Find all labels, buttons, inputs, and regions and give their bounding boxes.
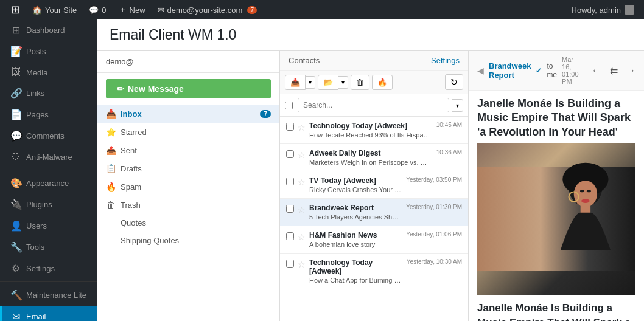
- star-icon[interactable]: ☆: [298, 205, 306, 215]
- maintenance-icon: 🔨: [10, 289, 21, 301]
- email-subject: Ricky Gervais Crashes Your Favorite Netf…: [309, 186, 402, 193]
- sidebar-item-settings[interactable]: ⚙ Settings: [0, 258, 97, 279]
- links-icon: 🔗: [10, 88, 21, 99]
- site-name-button[interactable]: 🏠 Your Site: [26, 0, 83, 19]
- contacts-settings-bar: Contacts Settings: [280, 51, 468, 71]
- sidebar-separator: [0, 170, 97, 170]
- admin-bar-right: Howdy, admin: [572, 5, 639, 15]
- email-time: Yesterday, 01:06 PM: [406, 231, 462, 238]
- sidebar-item-plugins[interactable]: 🔌 Plugins: [0, 194, 97, 215]
- delete-button[interactable]: 🗑: [351, 75, 369, 90]
- trash-icon: 🗑: [106, 200, 116, 210]
- email-address-label: demo@your-site.com: [167, 5, 243, 15]
- email-left-panel: demo@ ✏ New Message 📥 Inbox 7 ⭐ Starred: [97, 51, 280, 321]
- email-view-actions: ← ⇇ → ↗ •••: [589, 63, 644, 78]
- email-list-item[interactable]: ☆ Technology Today [Adweek] How Tecate R…: [280, 117, 468, 144]
- folder-dropdown[interactable]: ▾: [338, 76, 348, 89]
- new-content-button[interactable]: ＋ New: [113, 0, 152, 19]
- star-icon[interactable]: ☆: [298, 178, 306, 187]
- comment-icon: 💬: [89, 5, 99, 15]
- move-button[interactable]: 📥: [285, 75, 306, 90]
- sidebar-item-anti-malware[interactable]: 🛡 Anti-Malware: [0, 147, 97, 167]
- sidebar-item-label: Maintenance Lite: [26, 291, 86, 300]
- sidebar-item-comments[interactable]: 💬 Comments: [0, 125, 97, 147]
- sidebar-item-label: Links: [26, 89, 44, 98]
- email-account-label: demo@: [106, 57, 134, 66]
- new-message-button[interactable]: ✏ New Message: [106, 79, 271, 98]
- email-image-placeholder: [477, 143, 635, 295]
- email-checkbox[interactable]: [286, 150, 294, 158]
- media-icon: 🖼: [10, 67, 21, 78]
- sidebar-item-media[interactable]: 🖼 Media: [0, 62, 97, 83]
- folder-button[interactable]: 📂: [318, 75, 338, 90]
- folder-starred[interactable]: ⭐ Starred: [97, 123, 279, 141]
- star-icon[interactable]: ☆: [298, 260, 306, 269]
- email-list-item[interactable]: ☆ TV Today [Adweek] Ricky Gervais Crashe…: [280, 171, 468, 199]
- email-time: Yesterday, 10:30 AM: [407, 258, 462, 265]
- comments-count: 0: [102, 5, 106, 15]
- sidebar-item-pages[interactable]: 📄 Pages: [0, 104, 97, 125]
- external-link-button[interactable]: ↗: [642, 63, 644, 78]
- email-account-header: demo@: [97, 51, 279, 73]
- sidebar-item-label: Anti-Malware: [26, 153, 72, 162]
- folder-drafts[interactable]: 📋 Drafts: [97, 159, 279, 178]
- reply-button[interactable]: ←: [589, 63, 604, 78]
- folder-sent[interactable]: 📤 Sent: [97, 141, 279, 159]
- folder-label: Sent: [121, 146, 137, 155]
- sidebar-item-email[interactable]: ✉ Email: [0, 306, 97, 321]
- star-icon[interactable]: ☆: [298, 232, 306, 242]
- sidebar-menu: ⊞ Dashboard 📝 Posts 🖼 Media 🔗 Links 📄 Pa…: [0, 19, 97, 321]
- folder-quotes[interactable]: Quotes: [97, 214, 279, 232]
- settings-link[interactable]: Settings: [431, 56, 460, 65]
- select-all-checkbox[interactable]: [285, 102, 293, 109]
- inbox-icon: 📥: [106, 109, 116, 119]
- sidebar-item-appearance[interactable]: 🎨 Appearance: [0, 173, 97, 194]
- comments-button[interactable]: 💬 0: [83, 0, 112, 19]
- svg-point-7: [580, 190, 584, 192]
- sidebar-item-label: Plugins: [26, 200, 52, 209]
- reply-all-button[interactable]: ⇇: [607, 63, 621, 78]
- email-checkbox[interactable]: [286, 205, 294, 213]
- email-list-item[interactable]: ☆ Technology Today [Adweek] How a Chat A…: [280, 254, 468, 289]
- folder-label: Quotes: [121, 218, 146, 227]
- star-icon[interactable]: ☆: [298, 150, 306, 160]
- flame-button[interactable]: 🔥: [372, 75, 393, 90]
- sidebar-item-dashboard[interactable]: ⊞ Dashboard: [0, 19, 97, 41]
- sidebar-item-maintenance-lite[interactable]: 🔨 Maintenance Lite: [0, 285, 97, 306]
- sidebar-item-posts[interactable]: 📝 Posts: [0, 41, 97, 62]
- email-subject: How Tecate Reached 93% of Its Hispanic T…: [309, 131, 433, 139]
- folder-trash[interactable]: 🗑 Trash: [97, 196, 279, 214]
- email-right-panel: ◀ Brandweek Report ✔ to me Mar 16, 01:00…: [469, 51, 644, 321]
- folder-inbox[interactable]: 📥 Inbox 7: [97, 105, 279, 123]
- email-time: Yesterday, 03:50 PM: [406, 176, 462, 183]
- folder-label: Spam: [121, 182, 141, 192]
- email-checkbox[interactable]: [286, 178, 294, 185]
- sidebar-item-tools[interactable]: 🔧 Tools: [0, 236, 97, 258]
- refresh-button[interactable]: ↻: [445, 74, 463, 90]
- contacts-label: Contacts: [289, 56, 320, 65]
- email-checkbox[interactable]: [286, 260, 294, 268]
- email-list-item[interactable]: ☆ Brandweek Report 5 Tech Players Agenci…: [280, 199, 468, 226]
- sidebar-item-users[interactable]: 👤 Users: [0, 215, 97, 236]
- folder-spam[interactable]: 🔥 Spam: [97, 178, 279, 196]
- forward-button[interactable]: →: [623, 63, 639, 78]
- folder-shipping-quotes[interactable]: Shipping Quotes: [97, 232, 279, 249]
- house-icon: 🏠: [32, 5, 42, 15]
- search-dropdown[interactable]: ▾: [452, 99, 463, 112]
- email-list-item[interactable]: ☆ H&M Fashion News A bohemian love story…: [280, 226, 468, 254]
- move-dropdown[interactable]: ▾: [306, 76, 315, 89]
- email-sender-label: Brandweek Report: [489, 61, 531, 80]
- email-list-item[interactable]: ☆ Adweek Daily Digest Marketers Weigh In…: [280, 144, 468, 171]
- email-notifications-button[interactable]: ✉ demo@your-site.com 7: [152, 0, 264, 19]
- star-icon[interactable]: ☆: [298, 123, 306, 133]
- appearance-icon: 🎨: [10, 178, 21, 189]
- search-input[interactable]: [298, 98, 449, 112]
- compose-icon: ✏: [117, 84, 124, 94]
- email-info: Technology Today [Adweek] How Tecate Rea…: [309, 122, 433, 139]
- folder-button-group: 📂 ▾: [318, 75, 348, 90]
- email-checkbox[interactable]: [286, 123, 294, 131]
- wp-logo-button[interactable]: ⊞: [5, 0, 26, 19]
- email-from: Technology Today [Adweek]: [309, 122, 433, 130]
- email-checkbox[interactable]: [286, 232, 294, 240]
- sidebar-item-links[interactable]: 🔗 Links: [0, 83, 97, 104]
